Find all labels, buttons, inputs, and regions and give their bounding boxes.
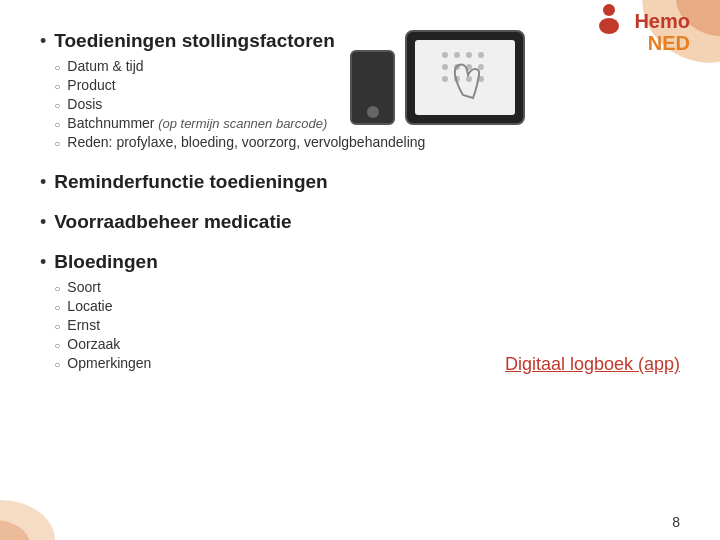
section-bloedingen-body: Bloedingen ○ Soort ○ Locatie ○ Ernst ○ O…: [54, 251, 157, 374]
digital-logbook-link[interactable]: Digitaal logboek (app): [505, 354, 680, 375]
bullet-voorraad: •: [40, 212, 46, 233]
svg-point-3: [0, 520, 30, 540]
bullet-toedieningen: •: [40, 31, 46, 52]
sub-bullet: ○: [54, 359, 60, 370]
sub-bullet: ○: [54, 321, 60, 332]
list-item: ○ Oorzaak: [54, 336, 157, 352]
sub-bullet: ○: [54, 119, 60, 130]
page-number: 8: [672, 514, 680, 530]
sub-bullet: ○: [54, 62, 60, 73]
svg-point-2: [0, 500, 55, 540]
svg-point-5: [599, 18, 619, 34]
bullet-reminder: •: [40, 172, 46, 193]
title-reminder: Reminderfunctie toedieningen: [54, 171, 327, 193]
item-text: Datum & tijd: [67, 58, 143, 74]
logo-ned: NED: [648, 32, 690, 54]
logo-person-icon: [593, 2, 625, 34]
item-text: Locatie: [67, 298, 112, 314]
bullet-bloedingen: •: [40, 252, 46, 273]
sub-bullet: ○: [54, 100, 60, 111]
svg-point-16: [466, 76, 472, 82]
item-text: Dosis: [67, 96, 102, 112]
svg-point-10: [442, 64, 448, 70]
sub-bullet: ○: [54, 340, 60, 351]
svg-point-7: [454, 52, 460, 58]
list-item: ○ Locatie: [54, 298, 157, 314]
logo-area: Hemo NED: [599, 10, 690, 54]
device-tablet-screen: [415, 40, 515, 115]
svg-point-9: [478, 52, 484, 58]
device-area: [340, 30, 540, 190]
sub-bullet: ○: [54, 138, 60, 149]
logo-box: Hemo NED: [599, 10, 690, 54]
title-bloedingen: Bloedingen: [54, 251, 157, 273]
hand-illustration: [435, 45, 495, 110]
section-voorraad: • Voorraadbeheer medicatie: [40, 211, 428, 233]
device-phone: [350, 50, 395, 125]
item-text: Batchnummer (op termijn scannen barcode): [67, 115, 327, 131]
deco-bottom-left: [0, 460, 80, 540]
list-bloedingen: ○ Soort ○ Locatie ○ Ernst ○ Oorzaak ○: [54, 279, 157, 371]
device-tablet: [405, 30, 525, 125]
sub-bullet: ○: [54, 283, 60, 294]
item-text: Oorzaak: [67, 336, 120, 352]
title-voorraad: Voorraadbeheer medicatie: [54, 211, 291, 233]
svg-point-14: [442, 76, 448, 82]
section-bloedingen: • Bloedingen ○ Soort ○ Locatie ○ Ernst ○: [40, 251, 428, 374]
sub-bullet: ○: [54, 302, 60, 313]
list-item: ○ Opmerkingen: [54, 355, 157, 371]
svg-point-8: [466, 52, 472, 58]
sub-bullet: ○: [54, 81, 60, 92]
item-text: Soort: [67, 279, 100, 295]
item-text: Ernst: [67, 317, 100, 333]
item-text: Product: [67, 77, 115, 93]
item-text: Opmerkingen: [67, 355, 151, 371]
svg-point-4: [603, 4, 615, 16]
logo-hemo: Hemo: [634, 10, 690, 32]
svg-point-6: [442, 52, 448, 58]
list-item: ○ Soort: [54, 279, 157, 295]
svg-point-13: [478, 64, 484, 70]
list-item: ○ Ernst: [54, 317, 157, 333]
